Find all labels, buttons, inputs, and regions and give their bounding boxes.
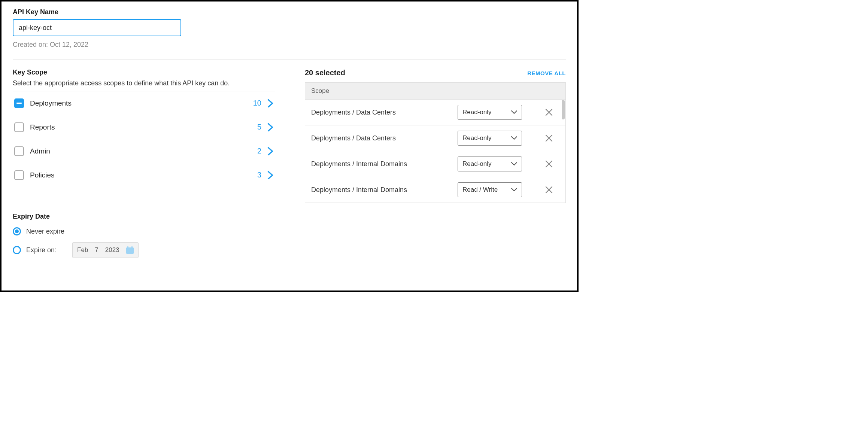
close-icon xyxy=(545,109,553,116)
svg-rect-3 xyxy=(127,250,128,251)
scope-row-label: Deployments / Data Centers xyxy=(311,109,452,116)
close-icon xyxy=(545,160,553,168)
scope-item-label: Deployments xyxy=(30,99,253,107)
section-divider xyxy=(13,59,566,60)
key-scope-description: Select the appropriate access scopes to … xyxy=(13,79,275,87)
chevron-down-icon xyxy=(511,136,517,140)
expiry-date-label: Expiry Date xyxy=(13,213,275,220)
radio-expire-on-row[interactable]: Expire on: Feb 7 2023 xyxy=(13,242,275,258)
permission-select[interactable]: Read-only xyxy=(458,156,522,171)
remove-row-button[interactable] xyxy=(544,159,554,169)
svg-rect-8 xyxy=(131,252,133,253)
remove-row-button[interactable] xyxy=(544,185,554,195)
svg-rect-5 xyxy=(131,250,133,251)
close-icon xyxy=(545,186,553,194)
date-day: 7 xyxy=(95,246,98,254)
checkbox-empty-icon[interactable] xyxy=(14,170,24,180)
radio-empty-icon[interactable] xyxy=(13,246,21,254)
remove-row-button[interactable] xyxy=(544,107,554,118)
chevron-right-icon xyxy=(267,99,273,107)
api-key-name-section: API Key Name Created on: Oct 12, 2022 xyxy=(13,8,566,49)
checkbox-empty-icon[interactable] xyxy=(14,146,24,156)
svg-rect-7 xyxy=(129,252,130,253)
scope-category-list: Deployments 10 Reports 5 Admin 2 xyxy=(13,91,275,187)
key-scope-label: Key Scope xyxy=(13,69,275,76)
scope-row-label: Deployments / Internal Domains xyxy=(311,186,452,194)
created-on-date: Oct 12, 2022 xyxy=(50,41,88,48)
expiry-date-section: Expiry Date Never expire Expire on: Feb … xyxy=(13,213,275,258)
chevron-right-icon xyxy=(267,123,273,131)
chevron-down-icon xyxy=(511,162,517,166)
scope-item-deployments[interactable]: Deployments 10 xyxy=(13,91,275,115)
chevron-down-icon xyxy=(511,188,517,192)
chevron-right-icon xyxy=(267,171,273,179)
table-row: Deployments / Data Centers Read-only xyxy=(305,125,565,151)
scope-item-admin[interactable]: Admin 2 xyxy=(13,139,275,163)
scope-item-label: Reports xyxy=(30,123,257,131)
date-year: 2023 xyxy=(105,246,119,254)
remove-all-button[interactable]: REMOVE ALL xyxy=(527,70,566,76)
permission-select[interactable]: Read-only xyxy=(458,131,522,146)
remove-row-button[interactable] xyxy=(544,133,554,143)
table-row: Deployments / Data Centers Read-only xyxy=(305,100,565,125)
date-month: Feb xyxy=(77,246,88,254)
checkbox-partial-icon[interactable] xyxy=(14,98,24,108)
checkbox-empty-icon[interactable] xyxy=(14,122,24,132)
scope-row-label: Deployments / Internal Domains xyxy=(311,160,452,168)
radio-never-label: Never expire xyxy=(26,228,64,235)
scope-item-count: 10 xyxy=(253,99,261,107)
api-key-name-label: API Key Name xyxy=(13,8,566,16)
created-on-text: Created on: Oct 12, 2022 xyxy=(13,41,566,49)
scope-item-count: 5 xyxy=(257,123,261,131)
table-row xyxy=(305,203,565,203)
key-scope-section: Key Scope Select the appropriate access … xyxy=(13,69,275,258)
svg-rect-6 xyxy=(127,252,128,253)
chevron-down-icon xyxy=(511,110,517,114)
selected-scopes-section: 20 selected REMOVE ALL Scope Deployments… xyxy=(305,69,566,258)
scope-item-reports[interactable]: Reports 5 xyxy=(13,115,275,139)
scope-item-count: 2 xyxy=(257,147,261,155)
radio-selected-icon[interactable] xyxy=(13,227,21,235)
calendar-icon xyxy=(126,246,134,254)
date-picker[interactable]: Feb 7 2023 xyxy=(72,242,139,258)
svg-rect-4 xyxy=(129,250,130,251)
chevron-right-icon xyxy=(267,147,273,155)
svg-rect-2 xyxy=(131,246,133,248)
radio-expire-on-label: Expire on: xyxy=(26,246,57,254)
permission-value: Read-only xyxy=(462,134,492,142)
selected-count-label: 20 selected xyxy=(305,69,345,77)
scope-item-label: Policies xyxy=(30,171,257,179)
scope-row-label: Deployments / Data Centers xyxy=(311,134,452,142)
scrollbar-thumb[interactable] xyxy=(562,100,565,119)
permission-value: Read-only xyxy=(462,160,492,168)
close-icon xyxy=(545,134,553,142)
scope-item-label: Admin xyxy=(30,147,257,155)
scope-item-count: 3 xyxy=(257,171,261,179)
svg-rect-1 xyxy=(127,246,128,248)
permission-select[interactable]: Read-only xyxy=(458,105,522,120)
scope-table-header: Scope xyxy=(305,83,565,100)
permission-value: Read / Write xyxy=(462,186,498,194)
table-row: Deployments / Internal Domains Read-only xyxy=(305,151,565,177)
permission-value: Read-only xyxy=(462,109,492,116)
scope-table: Scope Deployments / Data Centers Read-on… xyxy=(305,82,566,203)
scope-item-policies[interactable]: Policies 3 xyxy=(13,163,275,187)
radio-never-expire-row[interactable]: Never expire xyxy=(13,227,275,235)
api-key-name-input[interactable] xyxy=(13,19,181,36)
permission-select[interactable]: Read / Write xyxy=(458,182,522,197)
created-on-prefix: Created on: xyxy=(13,41,50,48)
table-row: Deployments / Internal Domains Read / Wr… xyxy=(305,177,565,203)
